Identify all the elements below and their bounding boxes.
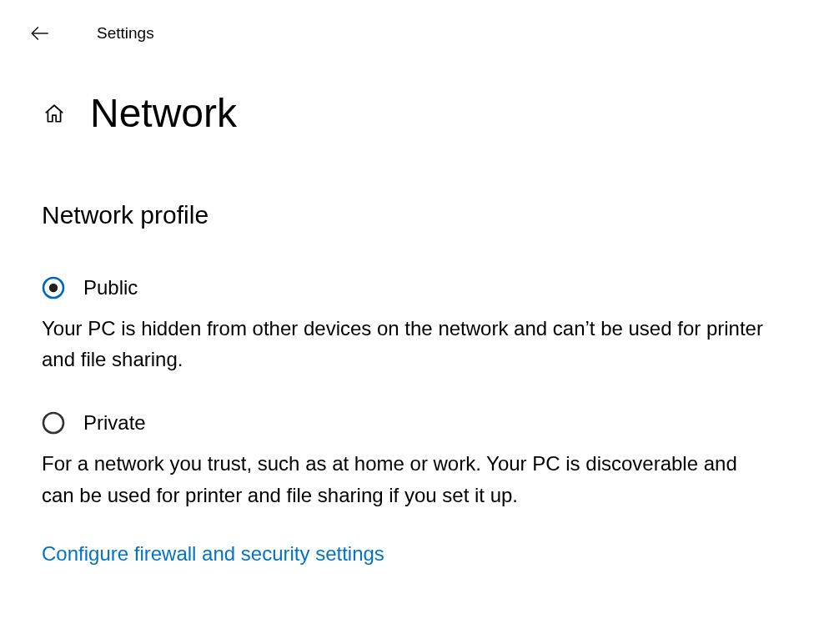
app-title: Settings bbox=[97, 24, 154, 43]
option-private: Private For a network you trust, such as… bbox=[42, 411, 792, 510]
radio-public[interactable] bbox=[42, 276, 65, 299]
link-firewall-settings[interactable]: Configure firewall and security settings bbox=[42, 542, 384, 566]
section-heading-network-profile: Network profile bbox=[42, 201, 792, 229]
radio-unselected-icon bbox=[42, 411, 65, 435]
svg-point-3 bbox=[43, 413, 63, 433]
back-button[interactable] bbox=[23, 17, 57, 50]
option-public: Public Your PC is hidden from other devi… bbox=[42, 276, 792, 375]
home-button[interactable] bbox=[42, 101, 67, 126]
radio-private[interactable] bbox=[42, 411, 65, 435]
option-public-description: Your PC is hidden from other devices on … bbox=[42, 313, 767, 375]
option-private-description: For a network you trust, such as at home… bbox=[42, 448, 767, 510]
radio-selected-icon bbox=[42, 276, 65, 299]
page-title: Network bbox=[90, 90, 237, 136]
svg-point-2 bbox=[49, 284, 58, 292]
radio-public-label: Public bbox=[83, 276, 138, 299]
home-icon bbox=[43, 103, 65, 124]
radio-private-label: Private bbox=[83, 411, 146, 435]
back-arrow-icon bbox=[29, 23, 51, 44]
